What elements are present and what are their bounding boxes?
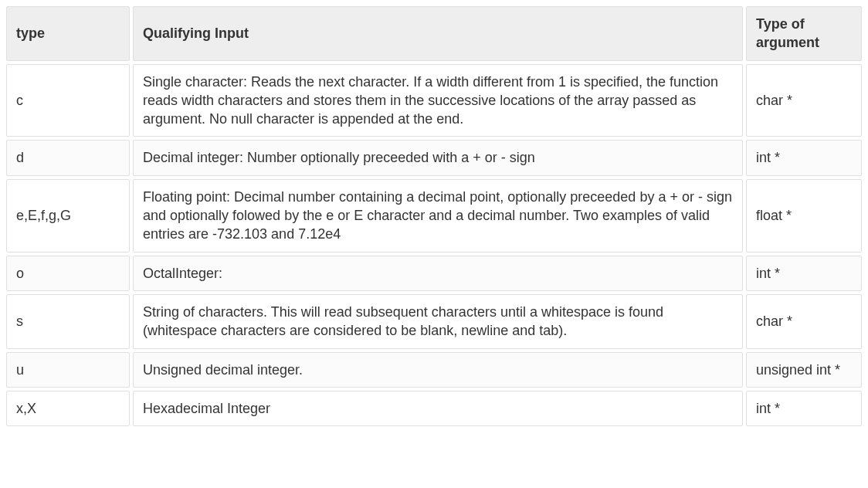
- cell-qualifying: String of characters. This will read sub…: [133, 294, 743, 349]
- cell-type: e,E,f,g,G: [6, 179, 130, 252]
- cell-qualifying: Unsigned decimal integer.: [133, 352, 743, 388]
- table-row: s String of characters. This will read s…: [6, 294, 862, 349]
- header-type-of-argument: Type of argument: [746, 6, 862, 61]
- cell-arg: unsigned int *: [746, 352, 862, 388]
- cell-type: o: [6, 256, 130, 291]
- cell-arg: char *: [746, 64, 862, 137]
- table-row: e,E,f,g,G Floating point: Decimal number…: [6, 179, 862, 252]
- cell-arg: int *: [746, 256, 862, 291]
- cell-type: x,X: [6, 391, 130, 426]
- table-row: u Unsigned decimal integer. unsigned int…: [6, 352, 862, 388]
- cell-qualifying: Single character: Reads the next charact…: [133, 64, 743, 137]
- cell-type: c: [6, 64, 130, 137]
- cell-qualifying: OctalInteger:: [133, 256, 743, 291]
- cell-type: d: [6, 140, 130, 175]
- cell-arg: int *: [746, 140, 862, 175]
- cell-type: s: [6, 294, 130, 349]
- table-row: d Decimal integer: Number optionally pre…: [6, 140, 862, 175]
- cell-type: u: [6, 352, 130, 388]
- table-row: o OctalInteger: int *: [6, 256, 862, 291]
- format-specifier-table: type Qualifying Input Type of argument c…: [3, 3, 865, 429]
- cell-qualifying: Decimal integer: Number optionally prece…: [133, 140, 743, 175]
- header-qualifying-input: Qualifying Input: [133, 6, 743, 61]
- cell-arg: char *: [746, 294, 862, 349]
- cell-qualifying: Floating point: Decimal number containin…: [133, 179, 743, 252]
- header-type: type: [6, 6, 130, 61]
- cell-qualifying: Hexadecimal Integer: [133, 391, 743, 426]
- table-header-row: type Qualifying Input Type of argument: [6, 6, 862, 61]
- cell-arg: int *: [746, 391, 862, 426]
- table-row: x,X Hexadecimal Integer int *: [6, 391, 862, 426]
- table-row: c Single character: Reads the next chara…: [6, 64, 862, 137]
- cell-arg: float *: [746, 179, 862, 252]
